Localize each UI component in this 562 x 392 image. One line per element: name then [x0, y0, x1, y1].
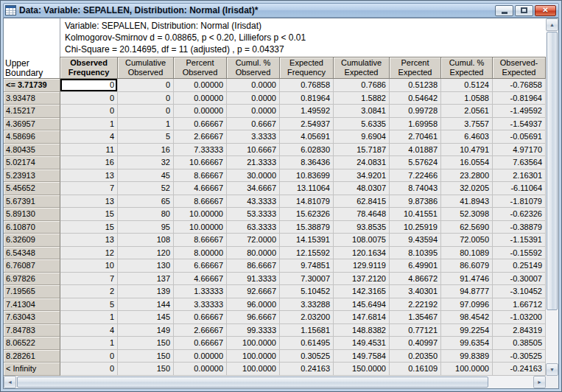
cell-r20-c5[interactable]: 149.4531	[334, 337, 390, 350]
cell-r16-c4[interactable]: 5.10452	[280, 285, 334, 298]
cell-r16-c7[interactable]: 94.8777	[441, 285, 493, 298]
cell-r6-c8[interactable]: 7.63564	[493, 156, 546, 169]
row-label[interactable]: 6.76087	[4, 259, 60, 273]
cell-r20-c1[interactable]: 150	[118, 337, 174, 350]
cell-r7-c7[interactable]: 23.2800	[441, 169, 493, 183]
vertical-scroll-thumb[interactable]	[547, 32, 558, 310]
cell-r5-c8[interactable]: 4.97170	[493, 144, 546, 157]
cell-r6-c6[interactable]: 5.57624	[390, 156, 441, 169]
cell-r19-c6[interactable]: 0.77121	[390, 324, 441, 337]
cell-r11-c8[interactable]: -0.38879	[493, 221, 546, 234]
cell-r17-c6[interactable]: 2.22192	[390, 298, 441, 312]
cell-r19-c2[interactable]: 2.66667	[174, 324, 227, 337]
row-label[interactable]: 7.63043	[4, 311, 60, 324]
cell-r16-c3[interactable]: 92.6667	[227, 285, 280, 298]
cell-r21-c7[interactable]: 99.8389	[441, 350, 493, 363]
cell-r22-c4[interactable]: 0.24163	[280, 363, 334, 376]
cell-r9-c2[interactable]: 8.66667	[174, 195, 227, 209]
row-label[interactable]: 6.32609	[4, 234, 60, 247]
cell-r9-c8[interactable]: -1.81079	[493, 195, 546, 209]
row-label[interactable]: <= 3.71739	[4, 79, 60, 92]
cell-r10-c8[interactable]: -0.62326	[493, 208, 546, 221]
cell-r21-c3[interactable]: 100.0000	[227, 350, 280, 363]
cell-r20-c2[interactable]: 0.66667	[174, 337, 227, 350]
cell-r14-c5[interactable]: 129.9119	[334, 259, 390, 273]
row-label[interactable]: 4.58696	[4, 130, 60, 144]
cell-r13-c5[interactable]: 120.1634	[334, 247, 390, 260]
cell-r7-c3[interactable]: 30.0000	[227, 169, 280, 183]
cell-r20-c7[interactable]: 99.6354	[441, 337, 493, 350]
cell-r0-c6[interactable]: 0.51238	[390, 79, 441, 92]
cell-r22-c0[interactable]: 0	[60, 363, 118, 376]
cell-r2-c2[interactable]: 0.00000	[174, 105, 227, 118]
cell-r16-c6[interactable]: 3.40301	[390, 285, 441, 298]
cell-r6-c7[interactable]: 16.0554	[441, 156, 493, 169]
cell-r22-c1[interactable]: 150	[118, 363, 174, 376]
cell-r4-c3[interactable]: 3.3333	[227, 130, 280, 144]
cell-r17-c5[interactable]: 145.6494	[334, 298, 390, 312]
column-header-8[interactable]: Observed-Expected	[493, 57, 546, 79]
cell-r2-c5[interactable]: 3.0841	[334, 105, 390, 118]
cell-r10-c4[interactable]: 15.62326	[280, 208, 334, 221]
cell-r9-c4[interactable]: 14.81079	[280, 195, 334, 209]
cell-r15-c0[interactable]: 7	[60, 273, 118, 286]
cell-r14-c2[interactable]: 6.66667	[174, 259, 227, 273]
cell-r6-c2[interactable]: 10.66667	[174, 156, 227, 169]
cell-r13-c4[interactable]: 12.15592	[280, 247, 334, 260]
vertical-scrollbar[interactable]: ▲ ▼	[546, 18, 558, 376]
cell-r10-c2[interactable]: 10.00000	[174, 208, 227, 221]
cell-r12-c2[interactable]: 8.66667	[174, 234, 227, 247]
cell-r13-c6[interactable]: 8.10395	[390, 247, 441, 260]
cell-r15-c3[interactable]: 91.3333	[227, 273, 280, 286]
cell-r0-c5[interactable]: 0.7686	[334, 79, 390, 92]
cell-r19-c4[interactable]: 1.15681	[280, 324, 334, 337]
row-label[interactable]: 7.84783	[4, 324, 60, 337]
cell-r1-c5[interactable]: 1.5882	[334, 92, 390, 105]
cell-r11-c2[interactable]: 10.00000	[174, 221, 227, 234]
cell-r2-c0[interactable]: 0	[60, 105, 118, 118]
cell-r17-c7[interactable]: 97.0996	[441, 298, 493, 312]
cell-r22-c2[interactable]: 0.00000	[174, 363, 227, 376]
cell-r1-c3[interactable]: 0.0000	[227, 92, 280, 105]
cell-r9-c3[interactable]: 43.3333	[227, 195, 280, 209]
cell-r2-c3[interactable]: 0.0000	[227, 105, 280, 118]
cell-r11-c7[interactable]: 62.5690	[441, 221, 493, 234]
cell-r3-c5[interactable]: 5.6335	[334, 118, 390, 131]
scroll-up-icon[interactable]: ▲	[546, 18, 558, 31]
cell-r10-c7[interactable]: 52.3098	[441, 208, 493, 221]
cell-r15-c1[interactable]: 137	[118, 273, 174, 286]
cell-r20-c0[interactable]: 1	[60, 337, 118, 350]
cell-r11-c0[interactable]: 15	[60, 221, 118, 234]
cell-r15-c5[interactable]: 137.2120	[334, 273, 390, 286]
cell-r0-c0[interactable]: 0	[60, 79, 118, 92]
cell-r2-c4[interactable]: 1.49592	[280, 105, 334, 118]
cell-r13-c0[interactable]: 12	[60, 247, 118, 260]
cell-r15-c7[interactable]: 91.4746	[441, 273, 493, 286]
cell-r18-c8[interactable]: -1.03200	[493, 311, 546, 324]
horizontal-scroll-thumb[interactable]	[17, 377, 488, 388]
row-label[interactable]: 6.54348	[4, 247, 60, 260]
cell-r4-c1[interactable]: 5	[118, 130, 174, 144]
cell-r20-c3[interactable]: 100.0000	[227, 337, 280, 350]
column-header-4[interactable]: ExpectedFrequency	[280, 57, 334, 79]
row-label[interactable]: 7.41304	[4, 298, 60, 312]
cell-r1-c0[interactable]: 0	[60, 92, 118, 105]
title-bar[interactable]: Data: Variable: SEPALLEN, Distribution: …	[3, 3, 559, 18]
row-label-header[interactable]: Upper Boundary	[4, 57, 60, 79]
cell-r0-c1[interactable]: 0	[118, 79, 174, 92]
cell-r8-c7[interactable]: 32.0205	[441, 182, 493, 195]
cell-r15-c6[interactable]: 4.86672	[390, 273, 441, 286]
cell-r18-c2[interactable]: 0.66667	[174, 311, 227, 324]
cell-r7-c1[interactable]: 45	[118, 169, 174, 183]
cell-r11-c3[interactable]: 63.3333	[227, 221, 280, 234]
cell-r18-c5[interactable]: 147.6814	[334, 311, 390, 324]
cell-r0-c2[interactable]: 0.00000	[174, 79, 227, 92]
cell-r15-c4[interactable]: 7.30007	[280, 273, 334, 286]
cell-r22-c5[interactable]: 150.0000	[334, 363, 390, 376]
cell-r8-c5[interactable]: 48.0307	[334, 182, 390, 195]
cell-r12-c3[interactable]: 72.0000	[227, 234, 280, 247]
cell-r6-c1[interactable]: 32	[118, 156, 174, 169]
cell-r4-c7[interactable]: 6.4603	[441, 130, 493, 144]
cell-r21-c0[interactable]: 0	[60, 350, 118, 363]
cell-r3-c2[interactable]: 0.66667	[174, 118, 227, 131]
